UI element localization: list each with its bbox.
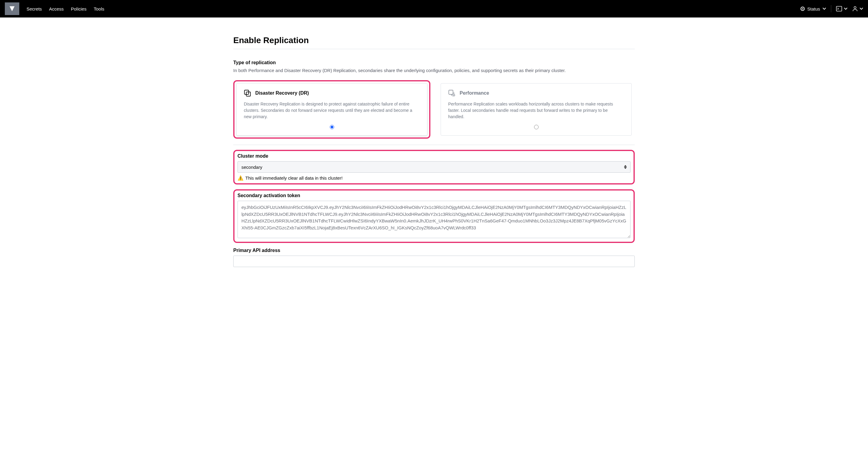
vault-logo-icon <box>9 6 15 12</box>
highlight-dr-card: Disaster Recovery (DR) Disaster Recovery… <box>233 80 430 139</box>
perf-card-wrap: Performance Performance Replication scal… <box>438 80 635 139</box>
primary-api-group: Primary API address <box>233 248 635 267</box>
user-icon <box>852 6 858 11</box>
activation-token-label: Secondary activation token <box>238 193 630 198</box>
perf-card-header: Performance <box>448 90 624 97</box>
replication-type-desc: In both Performance and Disaster Recover… <box>233 68 635 73</box>
form-rule <box>233 145 635 145</box>
replication-options: Disaster Recovery (DR) Disaster Recovery… <box>233 80 635 139</box>
terminal-icon <box>836 6 842 11</box>
dr-card-header: Disaster Recovery (DR) <box>244 90 420 97</box>
nav-access[interactable]: Access <box>49 6 64 11</box>
perf-card-title: Performance <box>460 90 489 96</box>
dr-card-title: Disaster Recovery (DR) <box>255 90 309 96</box>
cluster-mode-label: Cluster mode <box>238 153 630 159</box>
primary-api-input[interactable] <box>233 256 635 267</box>
nav-right: Status <box>801 5 863 12</box>
performance-card[interactable]: Performance Performance Replication scal… <box>441 83 632 136</box>
status-indicator-icon <box>801 7 805 11</box>
nav-secrets[interactable]: Secrets <box>27 6 42 11</box>
warning-icon: ⚠️ <box>238 175 244 181</box>
svg-rect-4 <box>449 90 453 94</box>
console-dropdown[interactable] <box>836 6 847 11</box>
status-dropdown[interactable]: Status <box>801 6 826 11</box>
chevron-down-icon <box>844 7 847 10</box>
chevron-down-icon <box>823 7 826 10</box>
dr-radio[interactable] <box>330 125 334 129</box>
chevron-down-icon <box>860 7 863 10</box>
replication-perf-icon <box>448 90 456 97</box>
vault-logo[interactable] <box>5 2 19 15</box>
nav-tools[interactable]: Tools <box>94 6 104 11</box>
nav-links: Secrets Access Policies Tools <box>27 6 104 11</box>
dr-card[interactable]: Disaster Recovery (DR) Disaster Recovery… <box>236 83 427 136</box>
page-title: Enable Replication <box>233 36 635 45</box>
highlight-cluster-mode: Cluster mode secondary ⚠️ This will imme… <box>233 150 635 184</box>
svg-rect-0 <box>836 6 842 11</box>
highlight-activation-token: Secondary activation token eyJhbGciOiJFU… <box>233 189 635 243</box>
title-rule <box>233 49 635 49</box>
status-label: Status <box>807 6 820 11</box>
nav-policies[interactable]: Policies <box>71 6 87 11</box>
cluster-mode-warning: ⚠️ This will immediately clear all data … <box>238 175 630 181</box>
activation-token-input[interactable]: eyJhbGciOiJFUzUxMiIsInR5cCI6IkpXVCJ9.eyJ… <box>238 201 630 238</box>
cluster-mode-select[interactable]: secondary <box>238 161 630 173</box>
perf-radio[interactable] <box>534 125 538 129</box>
replication-dr-icon <box>244 90 251 97</box>
replication-type-label: Type of replication <box>233 60 635 65</box>
svg-point-1 <box>854 7 856 9</box>
primary-api-label: Primary API address <box>233 248 635 253</box>
main-content: Enable Replication Type of replication I… <box>226 18 642 285</box>
nav-divider <box>831 5 831 12</box>
perf-card-desc: Performance Replication scales workloads… <box>448 101 624 120</box>
dr-card-desc: Disaster Recovery Replication is designe… <box>244 101 420 120</box>
warning-text: This will immediately clear all data in … <box>245 176 343 181</box>
navbar: Secrets Access Policies Tools Status <box>0 0 868 18</box>
user-dropdown[interactable] <box>852 6 863 11</box>
